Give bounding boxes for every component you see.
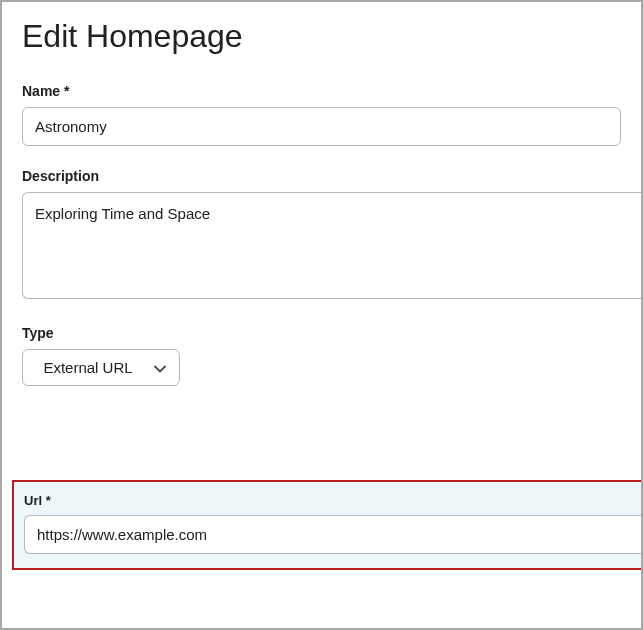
type-field-group: Type External URL [22,325,621,386]
url-input[interactable] [24,515,641,554]
url-label: Url * [24,493,641,508]
name-label: Name * [22,83,621,99]
type-select[interactable]: External URL [22,349,180,386]
name-input[interactable] [22,107,621,146]
description-label: Description [22,168,621,184]
type-label: Type [22,325,621,341]
content-area: Edit Homepage Name * Description Type Ex… [2,2,641,386]
description-field-group: Description [22,168,621,303]
type-select-wrapper: External URL [22,349,180,386]
url-highlight-box: Url * [12,480,641,570]
name-field-group: Name * [22,83,621,146]
page-title: Edit Homepage [22,18,621,55]
edit-homepage-window: Edit Homepage Name * Description Type Ex… [0,0,643,630]
description-input[interactable] [22,192,643,299]
